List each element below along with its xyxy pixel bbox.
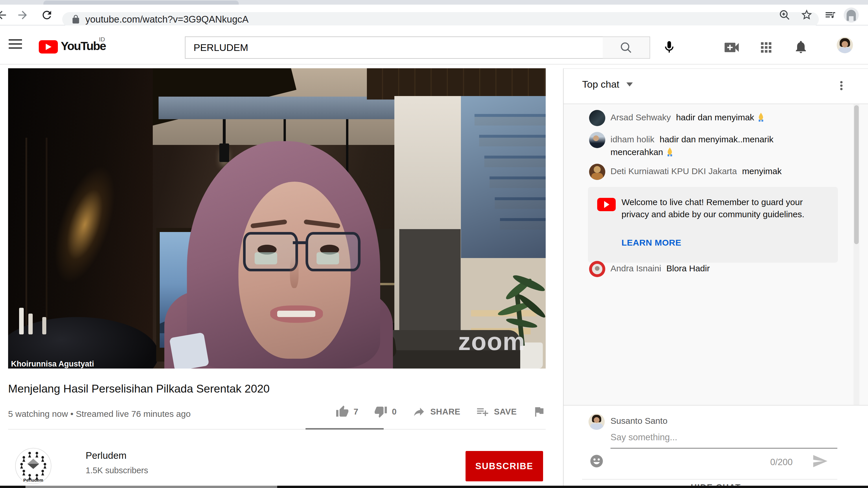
apps-grid-icon[interactable] — [759, 40, 773, 54]
reload-icon[interactable] — [40, 9, 53, 22]
thumb-up-icon — [336, 405, 349, 418]
chat-menu-kebab-icon[interactable] — [836, 79, 847, 92]
video-player[interactable]: Khoirunnisa Agustyati zoom — [8, 68, 546, 368]
input-divider — [582, 479, 837, 480]
teeth — [277, 311, 315, 317]
chat-text: menyimak — [742, 166, 782, 176]
channel-avatar[interactable]: Perludem — [15, 448, 52, 484]
share-label: SHARE — [430, 407, 460, 417]
video-meta: 5 watching now • Streamed live 76 minute… — [8, 409, 191, 419]
char-counter: 0/200 — [770, 457, 793, 467]
folded-hands-emoji — [756, 112, 766, 122]
chat-scrollbar-thumb[interactable] — [854, 105, 859, 244]
dislike-button[interactable]: 0 — [374, 405, 397, 418]
horizontal-scrollbar-thumb[interactable] — [26, 486, 277, 488]
learn-more-link[interactable]: LEARN MORE — [621, 238, 681, 248]
white-garment — [169, 332, 209, 368]
browser-tab[interactable] — [43, 1, 239, 5]
lens-reflection — [255, 252, 277, 264]
chat-message: Deti Kurniawati KPU DKI Jakartamenyimak — [589, 164, 813, 180]
save-label: SAVE — [494, 407, 517, 417]
thumb-down-icon — [374, 405, 388, 418]
info-divider — [8, 429, 546, 429]
avatar[interactable] — [589, 132, 605, 148]
youtube-watch-page: youtube.com/watch?v=3G9QANkugcA YouTube … — [0, 0, 868, 488]
like-count: 7 — [353, 407, 359, 417]
chat-header-title: Top chat — [582, 79, 619, 90]
candle — [42, 317, 46, 334]
hamburger-menu-icon[interactable] — [9, 39, 22, 50]
flag-icon — [532, 405, 546, 418]
chat-author: Andra Isnaini — [611, 263, 661, 273]
share-button[interactable]: SHARE — [412, 405, 460, 418]
channel-subscribers: 1.5K subscribers — [86, 466, 148, 475]
chat-filter-dropdown[interactable]: Top chat — [582, 79, 633, 90]
chat-message: Arsad Sehwakyhadir dan menyimak — [589, 110, 813, 126]
welcome-text: Welcome to live chat! Remember to guard … — [621, 196, 818, 220]
zoom-watermark: zoom — [458, 327, 525, 356]
zoom-page-icon[interactable] — [779, 9, 790, 21]
live-chat-panel: Top chat Arsad Sehwakyhadir dan menyimak… — [563, 68, 868, 488]
chevron-down-icon — [626, 83, 633, 87]
browser-toolbar: youtube.com/watch?v=3G9QANkugcA — [0, 5, 868, 26]
chat-scrollbar[interactable] — [854, 104, 859, 405]
participant-name-overlay: Khoirunnisa Agustyati — [11, 360, 94, 368]
media-controls-icon[interactable] — [824, 9, 837, 22]
save-button[interactable]: SAVE — [476, 405, 517, 418]
chat-author: Arsad Sehwaky — [611, 112, 671, 122]
chat-user-name: Susanto Santo — [611, 416, 668, 426]
account-avatar[interactable] — [837, 37, 853, 53]
avatar — [589, 414, 605, 430]
report-button[interactable] — [532, 405, 546, 418]
avatar[interactable] — [589, 110, 605, 126]
youtube-masthead: YouTube ID PERLUDEM — [0, 26, 868, 65]
wood-ceiling — [367, 68, 546, 99]
lock-icon — [71, 14, 81, 24]
chat-message: idham holikhadir dan menyimak..menarik m… — [589, 132, 813, 159]
chat-message-list[interactable]: Arsad Sehwakyhadir dan menyimak idham ho… — [564, 103, 868, 405]
browser-profile-avatar[interactable] — [844, 7, 859, 23]
nose — [290, 256, 299, 288]
like-button[interactable]: 7 — [336, 405, 359, 418]
glasses-bridge — [293, 241, 306, 244]
like-ratio-bar — [306, 428, 384, 429]
address-bar[interactable]: youtube.com/watch?v=3G9QANkugcA — [62, 12, 819, 27]
glass-balustrade — [461, 96, 546, 258]
emoji-icon[interactable] — [589, 454, 604, 468]
subscribe-button[interactable]: SUBSCRIBE — [466, 451, 543, 481]
bookmark-star-icon[interactable] — [800, 8, 813, 21]
video-title: Menjelang Hasil Perselisihan Pilkada Ser… — [8, 382, 270, 395]
chat-input-area: Susanto Santo Say something... 0/200 — [564, 405, 868, 488]
chat-text: Blora Hadir — [666, 263, 710, 273]
chat-message: Andra IsnainiBlora Hadir — [589, 261, 813, 277]
playlist-add-icon — [476, 405, 489, 418]
avatar[interactable] — [589, 261, 605, 277]
svg-text:Perludem: Perludem — [24, 478, 43, 483]
channel-name[interactable]: Perludem — [86, 450, 126, 461]
chat-text-input[interactable]: Say something... — [611, 432, 837, 449]
voice-search-icon[interactable] — [662, 40, 677, 54]
chat-author: idham holik — [611, 134, 654, 144]
search-button[interactable] — [603, 36, 650, 59]
dislike-count: 0 — [392, 407, 397, 417]
create-video-icon[interactable] — [724, 41, 740, 54]
candle — [19, 308, 24, 334]
video-actions: 7 0 SHARE SAVE — [304, 405, 546, 418]
chat-welcome-card: Welcome to live chat! Remember to guard … — [588, 187, 838, 263]
chat-text: hadir dan menyimak — [676, 112, 754, 122]
chat-author: Deti Kurniawati KPU DKI Jakarta — [611, 166, 737, 176]
folded-hands-emoji — [665, 147, 675, 157]
search-input-value: PERLUDEM — [193, 42, 248, 53]
candle — [28, 314, 33, 334]
back-icon[interactable] — [0, 9, 8, 22]
avatar[interactable] — [589, 164, 605, 180]
share-icon — [412, 405, 426, 418]
notifications-bell-icon[interactable] — [793, 39, 808, 54]
search-icon — [620, 41, 632, 54]
send-icon[interactable] — [812, 453, 828, 469]
youtube-country-code: ID — [99, 36, 105, 43]
youtube-play-icon — [597, 198, 616, 211]
lens-reflection — [316, 252, 339, 264]
search-input[interactable]: PERLUDEM — [185, 36, 604, 59]
forward-icon[interactable] — [16, 9, 29, 22]
